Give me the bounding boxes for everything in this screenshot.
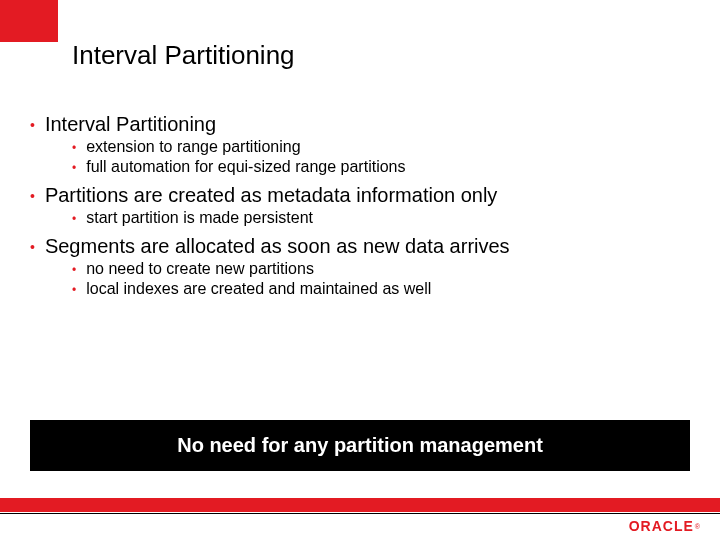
bullet-level2: • full automation for equi-sized range p…	[72, 158, 690, 176]
slide: Interval Partitioning • Interval Partiti…	[0, 0, 720, 540]
bullet-level2: • local indexes are created and maintain…	[72, 280, 690, 298]
bullet-dot-icon: •	[30, 188, 35, 204]
bullet-dot-icon: •	[72, 212, 76, 226]
bullet-text: start partition is made persistent	[86, 209, 313, 227]
bullet-dot-icon: •	[30, 239, 35, 255]
bullet-dot-icon: •	[30, 117, 35, 133]
slide-title: Interval Partitioning	[72, 40, 295, 71]
brand-logo: ORACLE ®	[629, 518, 700, 534]
bullet-text: Partitions are created as metadata infor…	[45, 184, 497, 207]
bullet-level2: • extension to range partitioning	[72, 138, 690, 156]
bullet-text: Interval Partitioning	[45, 113, 216, 136]
bullet-text: no need to create new partitions	[86, 260, 314, 278]
bullet-level1: • Segments are allocated as soon as new …	[30, 235, 690, 258]
footer-divider	[0, 513, 720, 514]
accent-block	[0, 0, 58, 42]
bullet-dot-icon: •	[72, 283, 76, 297]
bullet-text: extension to range partitioning	[86, 138, 300, 156]
registered-icon: ®	[695, 523, 700, 530]
bullet-level2: • no need to create new partitions	[72, 260, 690, 278]
callout-banner: No need for any partition management	[30, 420, 690, 471]
logo-text: ORACLE	[629, 518, 694, 534]
bullet-text: full automation for equi-sized range par…	[86, 158, 405, 176]
bullet-dot-icon: •	[72, 161, 76, 175]
bullet-dot-icon: •	[72, 141, 76, 155]
content-area: • Interval Partitioning • extension to r…	[30, 105, 690, 298]
bullet-level1: • Interval Partitioning	[30, 113, 690, 136]
bullet-level2: • start partition is made persistent	[72, 209, 690, 227]
bullet-level1: • Partitions are created as metadata inf…	[30, 184, 690, 207]
footer-accent-bar	[0, 498, 720, 512]
bullet-dot-icon: •	[72, 263, 76, 277]
bullet-text: Segments are allocated as soon as new da…	[45, 235, 510, 258]
bullet-text: local indexes are created and maintained…	[86, 280, 431, 298]
